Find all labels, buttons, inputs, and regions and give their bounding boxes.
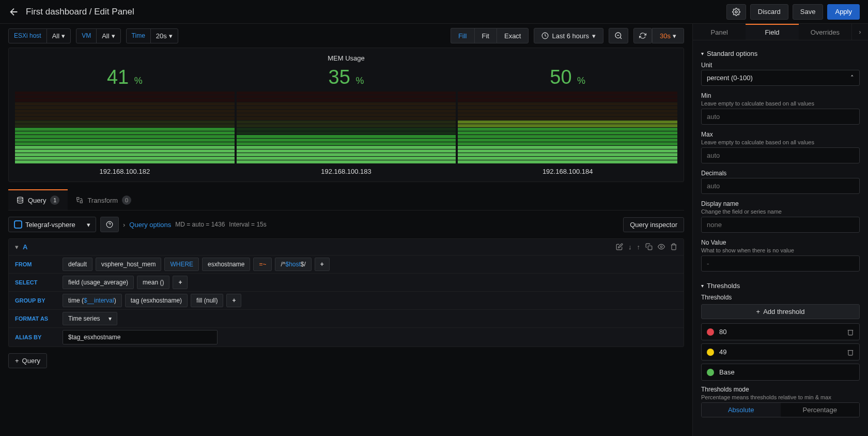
where-val-chip[interactable]: /^$host$/ bbox=[275, 258, 311, 271]
threshold-value[interactable]: 80 bbox=[719, 328, 726, 336]
gauge-value: 41 % bbox=[107, 66, 143, 88]
discard-button[interactable]: Discard bbox=[750, 4, 788, 20]
threshmode-sub: Percentage means thresholds relative to … bbox=[701, 394, 860, 400]
svg-point-0 bbox=[735, 11, 737, 13]
var-time-value[interactable]: 20s▾ bbox=[150, 28, 178, 43]
query-inspector-button[interactable]: Query inspector bbox=[623, 217, 684, 232]
zoom-out-button[interactable] bbox=[609, 28, 628, 43]
format-value-select[interactable]: Time series▾ bbox=[63, 312, 117, 325]
var-time-label: Time bbox=[126, 28, 151, 43]
threshold-value[interactable]: 49 bbox=[719, 348, 726, 356]
move-up-icon[interactable]: ↑ bbox=[637, 243, 641, 251]
md-info: MD = auto = 1436 bbox=[175, 221, 225, 228]
trash-icon[interactable] bbox=[847, 328, 854, 336]
side-tab-panel[interactable]: Panel bbox=[693, 24, 746, 40]
svg-point-11 bbox=[660, 246, 662, 248]
var-vm-value[interactable]: All▾ bbox=[96, 28, 120, 43]
alias-label: ALIAS BY bbox=[15, 331, 59, 343]
display-name-sub: Change the field or series name bbox=[701, 208, 860, 215]
refresh-interval[interactable]: 30s▾ bbox=[652, 28, 684, 43]
clock-icon bbox=[541, 32, 549, 39]
datasource-select[interactable]: Telegraf-vsphere ▾ bbox=[8, 217, 96, 232]
plus-icon: + bbox=[15, 357, 19, 365]
add-threshold-button[interactable]: + Add threshold bbox=[701, 304, 860, 319]
where-col-chip[interactable]: esxhostname bbox=[202, 258, 250, 271]
edit-icon[interactable] bbox=[616, 243, 623, 251]
settings-button[interactable] bbox=[726, 4, 746, 20]
tab-transform[interactable]: Transform 0 bbox=[68, 189, 140, 210]
timerange-picker[interactable]: Last 6 hours ▾ bbox=[534, 28, 603, 43]
save-button[interactable]: Save bbox=[793, 4, 824, 20]
unit-label: Unit bbox=[701, 62, 860, 69]
collapse-icon[interactable]: ▾ bbox=[15, 243, 19, 251]
from-add-chip[interactable]: + bbox=[315, 258, 330, 271]
from-default-chip[interactable]: default bbox=[63, 258, 92, 271]
where-chip[interactable]: WHERE bbox=[164, 258, 199, 271]
chevron-down-icon: ▾ bbox=[701, 51, 704, 56]
threshold-row[interactable]: Base bbox=[701, 364, 860, 381]
side-tab-field[interactable]: Field bbox=[746, 24, 798, 40]
ds-help-button[interactable] bbox=[100, 217, 119, 232]
add-query-button[interactable]: + Query bbox=[8, 353, 47, 368]
threshold-row[interactable]: 49 bbox=[701, 343, 860, 360]
where-op-chip[interactable]: =~ bbox=[253, 258, 272, 271]
exact-button[interactable]: Exact bbox=[497, 28, 529, 43]
decimals-input[interactable] bbox=[701, 178, 860, 194]
move-down-icon[interactable]: ↓ bbox=[628, 243, 632, 251]
group-add-chip[interactable]: + bbox=[226, 294, 241, 307]
collapse-sidebar-button[interactable]: › bbox=[851, 24, 868, 40]
tab-query[interactable]: Query 1 bbox=[8, 189, 68, 210]
group-time-chip[interactable]: time ($__interval) bbox=[63, 294, 122, 307]
max-label: Max bbox=[701, 131, 860, 138]
thresholds-header[interactable]: ▾ Thresholds bbox=[701, 278, 860, 294]
gauge-label: 192.168.100.183 bbox=[321, 168, 371, 175]
apply-button[interactable]: Apply bbox=[827, 4, 860, 20]
back-button[interactable] bbox=[8, 6, 20, 18]
decimals-label: Decimals bbox=[701, 170, 860, 177]
select-mean-chip[interactable]: mean () bbox=[137, 276, 169, 289]
threshold-color-dot[interactable] bbox=[707, 328, 714, 336]
select-add-chip[interactable]: + bbox=[173, 276, 188, 289]
max-input[interactable] bbox=[701, 147, 860, 163]
fit-button[interactable]: Fit bbox=[474, 28, 497, 43]
fill-button[interactable]: Fill bbox=[451, 28, 474, 43]
var-esxi-value[interactable]: All▾ bbox=[47, 28, 71, 43]
threshold-value[interactable]: Base bbox=[719, 368, 735, 376]
threshold-row[interactable]: 80 bbox=[701, 323, 860, 340]
select-field-chip[interactable]: field (usage_average) bbox=[63, 276, 134, 289]
max-sub: Leave empty to calculate based on all va… bbox=[701, 139, 860, 145]
unit-select[interactable]: percent (0-100) ˄ bbox=[701, 70, 860, 86]
novalue-sub: What to show when there is no value bbox=[701, 247, 860, 253]
min-input[interactable] bbox=[701, 109, 860, 125]
from-table-chip[interactable]: vsphere_host_mem bbox=[96, 258, 161, 271]
gauge-bars bbox=[458, 92, 677, 163]
transform-count-badge: 0 bbox=[122, 196, 131, 205]
format-label: FORMAT AS bbox=[15, 312, 59, 325]
database-icon bbox=[17, 197, 24, 204]
group-tag-chip[interactable]: tag (esxhostname) bbox=[125, 294, 188, 307]
copy-icon[interactable] bbox=[645, 243, 653, 251]
chevron-down-icon: ▾ bbox=[87, 221, 90, 229]
standard-options-header[interactable]: ▾ Standard options bbox=[701, 46, 860, 62]
threshold-color-dot[interactable] bbox=[707, 349, 714, 356]
mode-percentage-button[interactable]: Percentage bbox=[781, 403, 860, 417]
trash-icon[interactable] bbox=[670, 243, 677, 251]
svg-rect-7 bbox=[81, 201, 83, 203]
query-options-link[interactable]: Query options bbox=[129, 221, 171, 229]
chevron-up-icon: ˄ bbox=[850, 74, 854, 82]
refresh-button[interactable] bbox=[633, 28, 652, 43]
side-tab-overrides[interactable]: Overrides bbox=[799, 24, 851, 40]
svg-rect-6 bbox=[77, 198, 79, 200]
novalue-input[interactable] bbox=[701, 255, 860, 272]
mode-absolute-button[interactable]: Absolute bbox=[702, 403, 781, 417]
novalue-label: No Value bbox=[701, 239, 860, 246]
trash-icon[interactable] bbox=[847, 349, 854, 356]
eye-icon[interactable] bbox=[658, 243, 665, 251]
display-name-input[interactable] bbox=[701, 217, 860, 233]
chevron-right-icon[interactable]: › bbox=[123, 221, 125, 229]
thresholds-sub: Thresholds bbox=[701, 294, 860, 301]
threshold-color-dot[interactable] bbox=[707, 369, 714, 376]
group-fill-chip[interactable]: fill (null) bbox=[191, 294, 223, 307]
interval-info: Interval = 15s bbox=[229, 221, 266, 228]
alias-input[interactable] bbox=[63, 330, 218, 344]
